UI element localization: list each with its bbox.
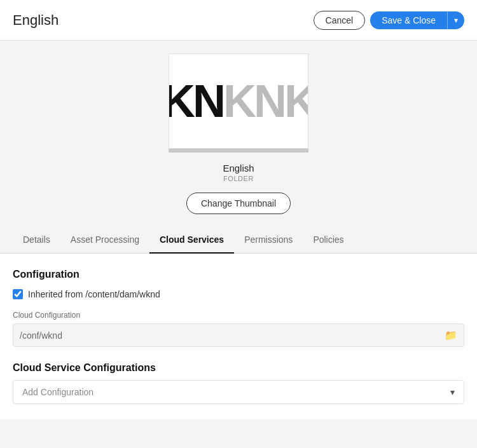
cloud-config-label: Cloud Configuration — [13, 311, 464, 320]
folder-type: FOLDER — [223, 175, 254, 182]
chevron-down-icon: ▾ — [450, 387, 455, 397]
folder-browse-icon[interactable]: 📁 — [445, 329, 457, 341]
cloud-config-field: /conf/wknd 📁 — [13, 323, 464, 347]
folder-name: English — [223, 163, 254, 173]
cloud-config-value: /conf/wknd — [20, 330, 445, 341]
tabs-container: Details Asset Processing Cloud Services … — [0, 227, 477, 254]
add-configuration-dropdown[interactable]: Add Configuration ▾ — [13, 380, 464, 404]
page-title: English — [13, 12, 59, 29]
add-configuration-placeholder: Add Configuration — [22, 387, 93, 397]
configuration-section-title: Configuration — [13, 269, 464, 280]
save-group: Save & Close ▾ — [370, 11, 464, 29]
cancel-button[interactable]: Cancel — [314, 11, 366, 30]
cloud-service-configs-title: Cloud Service Configurations — [13, 362, 464, 374]
inherited-checkbox[interactable] — [13, 289, 23, 299]
tab-details[interactable]: Details — [13, 227, 60, 254]
save-dropdown-button[interactable]: ▾ — [447, 11, 464, 29]
thumbnail-letters-black: KN — [169, 75, 223, 127]
tab-asset-processing[interactable]: Asset Processing — [60, 227, 149, 254]
inherited-checkbox-label: Inherited from /content/dam/wknd — [28, 289, 160, 299]
tab-cloud-services[interactable]: Cloud Services — [149, 227, 234, 254]
thumbnail-bar — [169, 149, 308, 153]
change-thumbnail-button[interactable]: Change Thumbnail — [186, 193, 291, 214]
main-content: KN KNK English FOLDER Change Thumbnail D… — [0, 41, 477, 419]
tab-policies[interactable]: Policies — [303, 227, 354, 254]
inherited-checkbox-row: Inherited from /content/dam/wknd — [13, 289, 464, 299]
header-actions: Cancel Save & Close ▾ — [314, 11, 464, 30]
thumbnail-image: KN KNK — [169, 53, 308, 149]
header: English Cancel Save & Close ▾ — [0, 0, 477, 41]
folder-info: English FOLDER — [223, 163, 254, 182]
save-close-button[interactable]: Save & Close — [370, 11, 447, 29]
thumbnail-letters: KN KNK — [169, 75, 308, 127]
thumbnail-letters-gray: KNK — [223, 75, 308, 127]
tab-permissions[interactable]: Permissions — [234, 227, 303, 254]
content-area: Configuration Inherited from /content/da… — [0, 254, 477, 419]
